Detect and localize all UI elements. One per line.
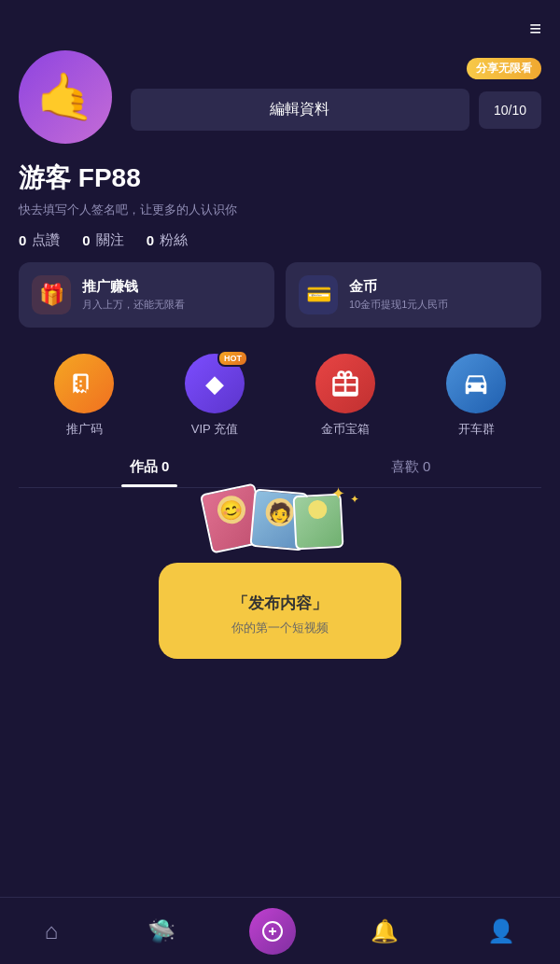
coins-chest-circle [315,354,375,413]
fans-label: 粉絲 [160,231,188,249]
discover-icon: 🛸 [147,918,175,944]
promote-card[interactable]: 🎁 推广赚钱 月入上万，还能无限看 [19,262,274,328]
profile-actions: 分享无限看 編輯資料 10/10 [131,50,541,131]
likes-count: 0 [19,232,26,248]
bio: 快去填写个人签名吧，让更多的人认识你 [19,202,541,218]
nav-create[interactable] [249,908,296,955]
promote-sub: 月入上万，还能无限看 [82,298,185,312]
promo-code-label: 推广码 [66,421,103,438]
profile-action-row: 編輯資料 10/10 [131,89,541,131]
fans-count: 0 [147,232,154,248]
cards-row: 🎁 推广赚钱 月入上万，还能无限看 💳 金币 10金币提现1元人民币 [0,262,560,328]
action-promo-code[interactable]: 推广码 [54,354,114,438]
coins-card[interactable]: 💳 金币 10金币提现1元人民币 [286,262,541,328]
publish-wrapper: 😊 🧑 ✦ ✦ 「发布内容」 你的第一个短视频 [19,516,541,659]
action-car-group[interactable]: 开车群 [446,354,506,438]
edit-profile-button[interactable]: 編輯資料 [131,89,469,131]
coins-chest-label: 金币宝箱 [321,421,370,438]
username: 游客 FP88 [19,161,541,196]
face-1: 😊 [215,493,248,526]
coins-icon: 💳 [299,275,338,314]
user-info: 游客 FP88 快去填写个人签名吧，让更多的人认识你 0 点讚 0 關注 0 粉… [0,161,560,249]
home-icon: ⌂ [45,918,59,944]
stat-following: 0 關注 [82,231,123,249]
likes-label: 点讚 [32,231,60,249]
car-group-circle [446,354,506,413]
promote-text: 推广赚钱 月入上万，还能无限看 [82,278,185,312]
nav-home[interactable]: ⌂ [30,911,74,952]
publish-images: 😊 🧑 ✦ ✦ [187,474,373,549]
publish-sub: 你的第一个短视频 [231,620,329,636]
stat-fans: 0 粉絲 [147,231,188,249]
profile-area: 🤙 分享无限看 編輯資料 10/10 [0,50,560,144]
following-label: 關注 [96,231,124,249]
photo-stack: 😊 🧑 ✦ ✦ [205,483,355,549]
menu-icon[interactable]: ≡ [529,17,541,41]
header: ≡ [0,0,560,50]
avatar-emoji: 🤙 [36,70,94,124]
bell-icon: 🔔 [371,918,399,944]
publish-title: 「发布内容」 [232,593,328,614]
action-icons-row: 推广码 ◆ HOT VIP 充值 金币宝箱 开车群 [0,354,560,438]
share-badge[interactable]: 分享无限看 [467,58,541,79]
bottom-nav: ⌂ 🛸 🔔 👤 [0,897,560,964]
promote-title: 推广赚钱 [82,278,185,296]
create-icon [261,920,284,943]
car-group-label: 开车群 [458,421,495,438]
coins-text: 金币 10金币提现1元人民币 [349,278,448,312]
action-vip[interactable]: ◆ HOT VIP 充值 [185,354,245,438]
sparkle-2: ✦ [350,493,359,506]
nav-profile[interactable]: 👤 [472,911,530,952]
nav-discover[interactable]: 🛸 [133,911,190,952]
stat-likes: 0 点讚 [19,231,60,249]
face-2: 🧑 [264,497,295,528]
content-area: 😊 🧑 ✦ ✦ 「发布内容」 你的第一个短视频 [0,488,560,668]
hot-badge: HOT [217,350,248,367]
profile-icon: 👤 [487,918,515,944]
action-coins-chest[interactable]: 金币宝箱 [315,354,375,438]
nav-notifications[interactable]: 🔔 [356,911,413,952]
coins-sub: 10金币提现1元人民币 [349,298,448,312]
stats-row: 0 点讚 0 關注 0 粉絲 [19,231,541,249]
vip-label: VIP 充值 [191,421,238,438]
sparkle-1: ✦ [331,483,345,504]
avatar: 🤙 [19,50,112,144]
promo-code-circle [54,354,114,413]
vip-circle: ◆ HOT [185,354,245,413]
coins-title: 金币 [349,278,448,296]
score-badge: 10/10 [479,91,541,129]
following-count: 0 [82,232,90,248]
promote-icon: 🎁 [32,275,71,314]
publish-card[interactable]: 「发布内容」 你的第一个短视频 [159,563,401,659]
